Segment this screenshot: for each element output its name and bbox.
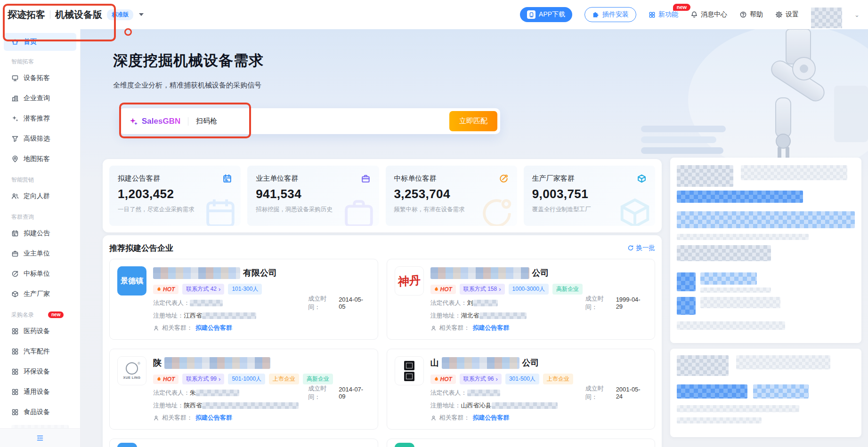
sidebar-item-map-prospect[interactable]: 地图拓客 [0,149,80,169]
app-download-label: APP下载 [539,10,565,19]
person-icon [153,415,159,421]
contact-count-tag[interactable]: 联系方式 96› [460,374,502,384]
refresh-icon [627,245,634,251]
company-card-partial[interactable] [387,439,656,447]
sidebar-item-medical-equipment[interactable]: 医药设备 [0,321,80,341]
flame-icon [157,376,161,382]
sidebar-item-lead-recommend[interactable]: 潜客推荐 [0,108,80,128]
company-name-redacted [153,267,240,279]
refresh-batch-button[interactable]: 换一批 [627,244,656,252]
hero-subtitle: 全维度企业分析，精准捕获机械设备的采购信号 [113,81,261,90]
redacted-value [492,402,558,409]
briefcase-icon [11,250,19,257]
sidebar-item-targeted-audience[interactable]: 定向人群 [0,186,80,206]
directory-grid-icon [11,348,19,355]
contact-count-tag[interactable]: 联系方式 158› [460,284,505,295]
match-now-button[interactable]: 立即匹配 [449,111,497,131]
company-name-redacted [430,267,529,279]
flame-icon [434,376,438,382]
section-title: 推荐拟建公告企业 [109,243,173,254]
help-button[interactable]: 帮助 [739,10,763,19]
company-card[interactable]: 山 公司 HOT 联系方式 96› 301-500人 上市企业 法定代表人： 成… [387,349,656,430]
search-keyword-input[interactable]: 扫码枪 [196,117,217,126]
cube-icon [637,174,647,184]
new-badge: new [48,311,64,318]
new-features-button[interactable]: 新功能 new [649,10,678,19]
person-icon [153,325,159,331]
company-card[interactable]: 神丹 公司 HOT 联系方式 158› 1000-3000人 高新企业 法定代表… [387,259,656,340]
company-card[interactable]: 景德镇 有限公司 HOT 联系方式 42› 101-300人 法定代表人： 成立… [109,259,378,340]
company-card-grid: 景德镇 有限公司 HOT 联系方式 42› 101-300人 法定代表人： 成立… [109,259,655,447]
sidebar-item-home[interactable]: 首页 [4,33,76,51]
app-download-button[interactable]: APP下载 [520,7,572,22]
sidebar-item-food-equipment[interactable]: 食品设备 [0,402,80,422]
redacted-value [473,300,498,306]
sidebar-item-owner-unit[interactable]: 业主单位 [0,243,80,263]
chevron-down-icon[interactable] [139,13,144,16]
new-features-new-badge: new [673,4,690,11]
contact-count-tag[interactable]: 联系方式 99› [182,374,224,384]
sidebar-item-company-search[interactable]: 企业查询 [0,88,80,108]
phone-icon [527,10,535,19]
chevron-right-icon: › [219,287,220,292]
person-icon [430,325,437,331]
collapse-sidebar-button[interactable] [0,428,80,447]
stat-card-planned-announcement[interactable]: 拟建公告客群 1,203,452 一目了然，尽览企业采购需求 [109,166,241,226]
search-bar[interactable]: SalesGBN 扫码枪 立即匹配 [119,108,500,134]
hot-badge: HOT [153,375,178,384]
bell-icon [690,11,698,18]
headcount-tag: 301-500人 [505,374,539,384]
company-name-prefix: 山 [430,357,439,368]
sidebar-item-auto-parts[interactable]: 汽车配件 [0,341,80,361]
registered-mark-icon: ® [138,361,140,366]
company-name-redacted [164,357,270,369]
redacted-value [196,390,239,396]
brand-area[interactable]: 探迹拓客 机械设备版 标准版 [0,8,144,21]
company-logo: ® XUE LING [117,356,146,385]
stat-label: 拟建公告客群 [118,174,160,183]
hot-badge: HOT [430,375,456,384]
user-avatar-redacted[interactable] [811,8,842,28]
question-circle-icon [739,11,747,18]
chevron-right-icon: › [219,377,220,382]
redacted-value [479,312,527,319]
plugin-install-button[interactable]: 插件安装 [584,7,636,22]
sidebar-item-device-prospect[interactable]: 设备拓客 [0,68,80,88]
contact-count-tag[interactable]: 联系方式 42› [182,284,224,295]
related-group-link[interactable]: 拟建公告客群 [195,414,232,422]
navbar-actions: APP下载 插件安装 新功能 new 消息中心 帮助 设置 ⌄ [520,1,868,28]
company-name-suffix: 有限公司 [243,267,277,279]
sidebar-item-general-equipment[interactable]: 通用设备 [0,382,80,402]
hitech-enterprise-tag: 高新企业 [552,284,583,295]
funnel-icon [11,135,19,143]
brand-divider [50,10,50,19]
stat-card-owner-unit[interactable]: 业主单位客群 941,534 招标挖掘，洞悉设备采购历史 [247,166,379,226]
settings-button[interactable]: 设置 [775,10,799,19]
sidebar-item-advanced-filter[interactable]: 高级筛选 [0,128,80,149]
related-group-link[interactable]: 拟建公告客群 [473,414,510,422]
company-logo: 景德镇 [117,266,146,295]
stat-card-winning-bidder[interactable]: 中标单位客群 3,253,704 频繁中标，有潜在设备需求 [386,166,517,226]
related-group-link[interactable]: 拟建公告客群 [195,324,232,332]
redacted-value [202,312,256,319]
sidebar-item-planned-announcement[interactable]: 拟建公告 [0,223,80,243]
headcount-tag: 101-300人 [228,284,262,295]
message-center-button[interactable]: 消息中心 [690,10,727,19]
related-group-link[interactable]: 拟建公告客群 [473,324,510,332]
company-card[interactable]: ® XUE LING 陕 HOT 联系方式 99› 501-1000人 上市企业… [109,349,378,430]
founded-date: 1999-04-29 [616,296,647,310]
stat-card-manufacturer[interactable]: 生产厂家客群 9,003,751 覆盖全行业制造型工厂 [524,166,655,226]
sidebar-item-environmental-equipment[interactable]: 环保设备 [0,361,80,382]
award-gauge-icon [499,174,509,184]
founded-date: 2014-07-09 [339,386,370,400]
sidebar-item-winning-bidder[interactable]: 中标单位 [0,263,80,284]
hitech-enterprise-tag: 高新企业 [303,374,333,384]
chevron-down-icon[interactable]: ⌄ [854,11,860,18]
calendar-icon [222,174,232,184]
calendar-watermark-icon [202,195,239,226]
puzzle-icon [592,11,599,18]
company-card-partial[interactable] [109,439,378,447]
company-logo [395,443,414,447]
main-content: 深度挖掘机械设备需求 全维度企业分析，精准捕获机械设备的采购信号 SalesGB… [81,29,868,447]
sidebar-item-manufacturer[interactable]: 生产厂家 [0,284,80,304]
